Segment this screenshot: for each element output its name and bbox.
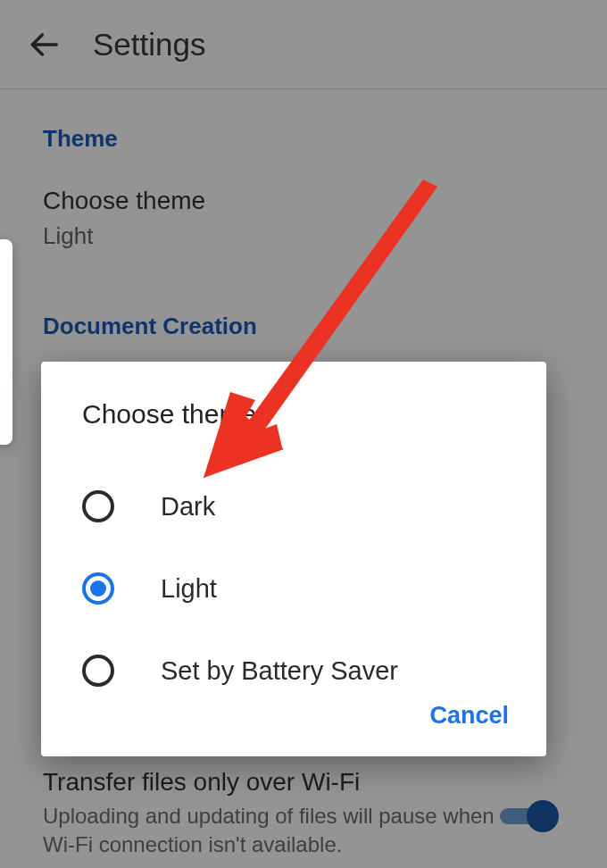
dialog-title: Choose theme <box>82 399 546 430</box>
edge-artifact <box>0 239 12 445</box>
radio-unselected-icon <box>82 655 114 687</box>
theme-option-dark[interactable]: Dark <box>41 465 546 547</box>
theme-option-light[interactable]: Light <box>41 547 546 630</box>
settings-screen: Settings Theme Choose theme Light Docume… <box>0 0 607 868</box>
dialog-actions: Cancel <box>419 693 520 739</box>
cancel-button[interactable]: Cancel <box>419 693 520 739</box>
radio-unselected-icon <box>82 490 114 522</box>
option-label: Light <box>161 574 217 604</box>
option-label: Set by Battery Saver <box>161 656 398 686</box>
radio-dot-icon <box>90 580 106 597</box>
radio-selected-icon <box>82 572 114 605</box>
option-label: Dark <box>161 492 215 522</box>
choose-theme-dialog: Choose theme Dark Light Set by Battery S… <box>41 362 546 756</box>
